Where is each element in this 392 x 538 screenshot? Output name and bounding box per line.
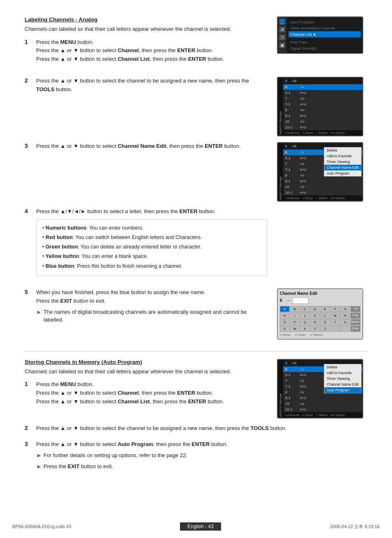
popup5-fav: Add to Favorite [324,370,361,376]
step1-num: 1 [25,38,36,45]
step5-row: 5 When you have finished, press the blue… [25,288,267,324]
step2-num: 2 [25,77,36,84]
key-Q: Q [300,319,310,325]
key-P: P [290,319,300,325]
popup-timer: Timer Viewing [324,159,361,165]
s2-step3-note1: ➤ For further details on setting up opti… [36,451,367,460]
tv-screen-5: Add/Ch Manage 6 Air 6Air 5-1▾Air [277,359,363,418]
step3-num: 3 [25,142,36,149]
section1-heading: Labeling Channels - Analog [25,16,267,23]
key-L: L [320,313,330,319]
popup5-timer: Timer Viewing [324,376,361,382]
ch-row-10-1-s5: 10-1▾Air [283,407,362,412]
ch-row-10-s3: 10Air [283,184,362,190]
s2-step3-num: 3 [25,440,36,447]
ch-footer-3: ▪ Antenna▪ Zoom▪ Select▪▪▪ Option [283,195,362,201]
menu-content-1: Auto Program Clear Scrambled Channel Cha… [287,17,362,53]
key-O: O [280,319,290,325]
page-bottom: BP68-00666A-01Eng.indb 43 English - 43 2… [0,522,392,531]
key-A: A [280,306,290,312]
ch-row-10-1-s3: 10-1▾Air [283,190,362,195]
popup-menu-3: Delete Add to Favorite Timer Viewing Cha… [324,147,362,177]
key-B: B [290,306,300,312]
section2-heading: Storing Channels in Memory (Auto Program… [25,359,267,365]
ch-row-10-1: 10-1▾Air [283,124,362,130]
step4-content: Press the ▲/▼/◄/► button to select a let… [36,207,267,279]
ch-row-5-1: 5-1▾Air [283,90,362,96]
key-S: S [320,319,330,325]
section2-intro: Channels can labeled so that their call … [25,368,267,376]
key-V: V [280,326,290,332]
tv-screen-2: Add/Ch Manage 6 Air 6Air 5-1▾Air [277,77,363,136]
step5-note: ➤ The names of digital broadcasting chan… [36,308,267,324]
menu-item-channel-list: Channel List ► [288,31,361,37]
ch-row-9-1-s3: 9-1▾Air [283,178,362,184]
page-number-badge: English - 43 [180,522,221,531]
step3-content: Press the ▲ or ▼ button to select Channe… [36,142,267,151]
s2-step1-content: Press the MENU button. Press the ▲ or ▼ … [36,380,267,406]
key-M: M [330,313,340,319]
key-Z: Z [320,326,330,332]
key-K: K [310,313,320,319]
sidebar-icon-input: ↗ [279,34,285,40]
step5-content: When you have finished, press the blue b… [36,288,267,324]
key-Y: Y [310,326,320,332]
ch-footer-2: ▪ Antenna▪ Zoom▪ Select▪▪▪ Option [283,130,362,136]
tv-screen-4: Channel Name Edit 6 — A B C D E F G [277,288,363,340]
sidebar-icon-channel: 📺 [279,19,285,25]
section-divider [25,351,367,352]
name-edit-title: Channel Name Edit [280,291,360,296]
popup-delete: Delete [324,147,361,153]
key-num: ↵# [350,306,360,312]
ch-row-6: 6Air [283,84,362,90]
key-blank2 [340,326,350,332]
ch-sidebar-2: Add/Ch Manage [278,78,283,136]
ch-row-8: 8Air [283,107,362,113]
ch-list-header-2: 6 Air [283,78,362,84]
key-G: G [340,306,350,312]
s2-step2-row: 2 Press the ▲ or ▼ button to select the … [25,424,367,433]
key-char: Char [350,313,360,319]
name-edit-field [292,297,309,304]
sidebar-icons-1: 📺 ⚙ ↗ ▦ [278,17,287,53]
key-del: Delete [350,319,360,325]
info-box: • Numeric buttons: You can enter numbers… [36,219,267,276]
page-container: Labeling Channels - Analog Channels can … [0,0,392,538]
ch-row-7: 7Air [283,96,362,101]
s2-step1-row: 1 Press the MENU button. Press the ▲ or … [25,380,267,406]
step2-row: 2 Press the ▲ or ▼ button to select the … [25,77,267,94]
key-F: F [330,306,340,312]
screen3-container: Add/Ch Manage 6 Air 6Air 5-1▾Air [277,142,367,202]
section2: Storing Channels in Memory (Auto Program… [25,359,367,471]
step2-content: Press the ▲ or ▼ button to select the ch… [36,77,267,94]
popup-add-fav: Add to Favorite [324,153,361,159]
tv-screen-3: Add/Ch Manage 6 Air 6Air 5-1▾Air [277,142,363,202]
key-blank1 [330,326,340,332]
key-done: Done [350,326,360,332]
screen5-container: Add/Ch Manage 6 Air 6Air 5-1▾Air [277,359,367,418]
name-edit-input-row: 6 — [280,297,360,304]
section1-intro: Channels can labeled so that their call … [25,25,267,33]
step3-row: 3 Press the ▲ or ▼ button to select Chan… [25,142,267,151]
key-J: J [300,313,310,319]
screen4-container: Channel Name Edit 6 — A B C D E F G [277,288,367,340]
ch-row-10-s5: 10Air [283,401,362,407]
key-H: H [280,313,290,319]
key-E: E [320,306,330,312]
key-D: D [310,306,320,312]
popup5-auto-prog: Auto Program [324,387,361,393]
key-W: W [290,326,300,332]
ch-row-10: 10Air [283,119,362,124]
menu-item-fine: Fine Tune [288,39,361,45]
menu-item-auto: Auto Program [288,19,361,25]
step5-num: 5 [25,288,36,295]
ch-footer-5: ▪ Antenna▪ Zoom▪ Select▪▪▪ Option [283,412,362,418]
key-X: X [300,326,310,332]
ch-row-9-1: 9-1▾Air [283,113,362,119]
step1-content: Press the MENU button. Press the ▲ or ▼ … [36,38,267,64]
step4-num: 4 [25,207,36,214]
popup-auto-prog: Auto Program [324,170,361,176]
keyboard-grid: A B C D E F G ↵# H I J K L M N [280,306,360,332]
s2-step3-content: Press the ▲ or ▼ button to select Auto P… [36,440,367,471]
s2-step3-row: 3 Press the ▲ or ▼ button to select Auto… [25,440,367,471]
